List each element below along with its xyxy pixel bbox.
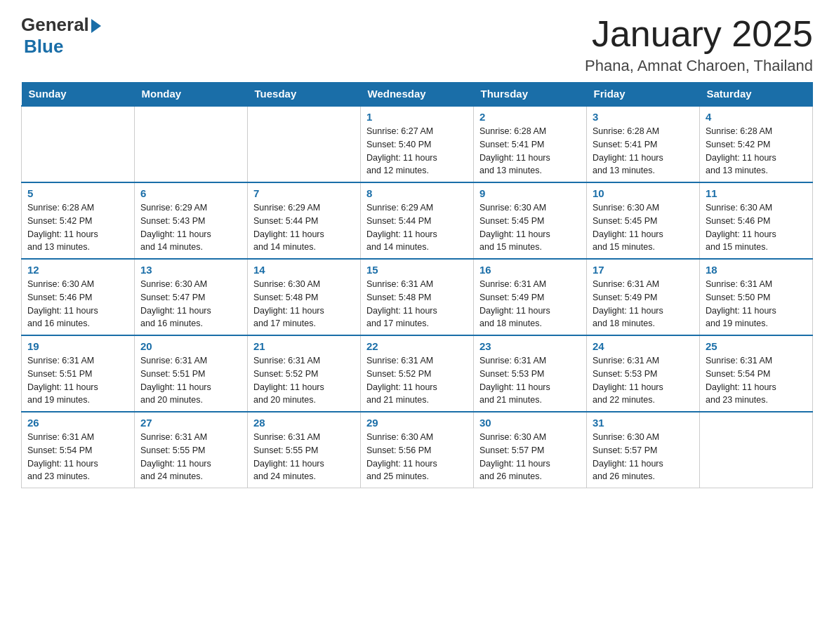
day-info: Sunrise: 6:30 AM Sunset: 5:48 PM Dayligh… [253, 278, 355, 330]
day-info: Sunrise: 6:31 AM Sunset: 5:51 PM Dayligh… [27, 354, 128, 407]
calendar-header-row: SundayMondayTuesdayWednesdayThursdayFrid… [22, 82, 813, 106]
day-number: 3 [593, 111, 694, 123]
calendar-cell: 4Sunrise: 6:28 AM Sunset: 5:42 PM Daylig… [700, 106, 813, 182]
day-info: Sunrise: 6:28 AM Sunset: 5:42 PM Dayligh… [706, 125, 807, 177]
day-number: 27 [140, 417, 241, 429]
day-info: Sunrise: 6:31 AM Sunset: 5:55 PM Dayligh… [140, 431, 241, 483]
day-number: 1 [366, 111, 468, 123]
day-number: 14 [253, 264, 355, 276]
day-number: 6 [140, 187, 241, 199]
day-number: 29 [366, 417, 468, 429]
day-number: 23 [479, 340, 581, 352]
day-number: 20 [140, 340, 241, 352]
day-number: 9 [479, 187, 581, 199]
logo-general-text: General [21, 14, 89, 36]
calendar-week-row: 19Sunrise: 6:31 AM Sunset: 5:51 PM Dayli… [22, 335, 813, 412]
calendar-cell: 11Sunrise: 6:30 AM Sunset: 5:46 PM Dayli… [700, 182, 813, 259]
calendar-week-row: 26Sunrise: 6:31 AM Sunset: 5:54 PM Dayli… [22, 412, 813, 488]
day-info: Sunrise: 6:31 AM Sunset: 5:55 PM Dayligh… [253, 431, 355, 483]
day-info: Sunrise: 6:30 AM Sunset: 5:57 PM Dayligh… [593, 431, 694, 483]
day-number: 18 [706, 264, 807, 276]
day-info: Sunrise: 6:30 AM Sunset: 5:56 PM Dayligh… [366, 431, 468, 483]
day-info: Sunrise: 6:30 AM Sunset: 5:47 PM Dayligh… [140, 278, 241, 330]
day-number: 4 [706, 111, 807, 123]
calendar-cell: 8Sunrise: 6:29 AM Sunset: 5:44 PM Daylig… [361, 182, 474, 259]
month-title: January 2025 [585, 14, 813, 54]
calendar-cell: 14Sunrise: 6:30 AM Sunset: 5:48 PM Dayli… [248, 259, 361, 335]
day-info: Sunrise: 6:31 AM Sunset: 5:49 PM Dayligh… [593, 278, 694, 330]
calendar-header-friday: Friday [587, 82, 700, 106]
calendar-cell: 24Sunrise: 6:31 AM Sunset: 5:53 PM Dayli… [587, 335, 700, 412]
page-header: General Blue January 2025 Phana, Amnat C… [21, 14, 813, 75]
title-block: January 2025 Phana, Amnat Charoen, Thail… [585, 14, 813, 75]
calendar-cell: 26Sunrise: 6:31 AM Sunset: 5:54 PM Dayli… [22, 412, 135, 488]
day-info: Sunrise: 6:28 AM Sunset: 5:41 PM Dayligh… [593, 125, 694, 177]
calendar-cell: 18Sunrise: 6:31 AM Sunset: 5:50 PM Dayli… [700, 259, 813, 335]
day-number: 5 [27, 187, 128, 199]
day-info: Sunrise: 6:28 AM Sunset: 5:41 PM Dayligh… [479, 125, 581, 177]
day-info: Sunrise: 6:30 AM Sunset: 5:45 PM Dayligh… [593, 201, 694, 254]
calendar-header-wednesday: Wednesday [361, 82, 474, 106]
calendar-header-sunday: Sunday [22, 82, 135, 106]
day-number: 17 [593, 264, 694, 276]
logo-arrow-icon [91, 19, 101, 33]
day-info: Sunrise: 6:31 AM Sunset: 5:52 PM Dayligh… [366, 354, 468, 407]
day-info: Sunrise: 6:30 AM Sunset: 5:57 PM Dayligh… [479, 431, 581, 483]
day-info: Sunrise: 6:31 AM Sunset: 5:52 PM Dayligh… [253, 354, 355, 407]
day-number: 26 [27, 417, 128, 429]
day-number: 22 [366, 340, 468, 352]
day-info: Sunrise: 6:31 AM Sunset: 5:51 PM Dayligh… [140, 354, 241, 407]
day-number: 7 [253, 187, 355, 199]
logo: General Blue [21, 14, 101, 58]
day-info: Sunrise: 6:31 AM Sunset: 5:54 PM Dayligh… [706, 354, 807, 407]
calendar-header-saturday: Saturday [700, 82, 813, 106]
calendar-cell: 30Sunrise: 6:30 AM Sunset: 5:57 PM Dayli… [474, 412, 587, 488]
calendar-cell: 15Sunrise: 6:31 AM Sunset: 5:48 PM Dayli… [361, 259, 474, 335]
day-info: Sunrise: 6:31 AM Sunset: 5:53 PM Dayligh… [479, 354, 581, 407]
location-subtitle: Phana, Amnat Charoen, Thailand [585, 57, 813, 75]
day-number: 16 [479, 264, 581, 276]
calendar-week-row: 5Sunrise: 6:28 AM Sunset: 5:42 PM Daylig… [22, 182, 813, 259]
day-number: 25 [706, 340, 807, 352]
calendar-cell: 16Sunrise: 6:31 AM Sunset: 5:49 PM Dayli… [474, 259, 587, 335]
calendar-table: SundayMondayTuesdayWednesdayThursdayFrid… [21, 82, 813, 488]
calendar-cell: 27Sunrise: 6:31 AM Sunset: 5:55 PM Dayli… [135, 412, 248, 488]
day-info: Sunrise: 6:28 AM Sunset: 5:42 PM Dayligh… [27, 201, 128, 254]
calendar-cell: 17Sunrise: 6:31 AM Sunset: 5:49 PM Dayli… [587, 259, 700, 335]
day-info: Sunrise: 6:31 AM Sunset: 5:48 PM Dayligh… [366, 278, 468, 330]
calendar-cell [135, 106, 248, 182]
calendar-cell: 25Sunrise: 6:31 AM Sunset: 5:54 PM Dayli… [700, 335, 813, 412]
calendar-cell: 3Sunrise: 6:28 AM Sunset: 5:41 PM Daylig… [587, 106, 700, 182]
calendar-cell: 21Sunrise: 6:31 AM Sunset: 5:52 PM Dayli… [248, 335, 361, 412]
day-number: 13 [140, 264, 241, 276]
calendar-cell: 6Sunrise: 6:29 AM Sunset: 5:43 PM Daylig… [135, 182, 248, 259]
day-number: 11 [706, 187, 807, 199]
calendar-cell: 19Sunrise: 6:31 AM Sunset: 5:51 PM Dayli… [22, 335, 135, 412]
day-info: Sunrise: 6:31 AM Sunset: 5:49 PM Dayligh… [479, 278, 581, 330]
calendar-header-monday: Monday [135, 82, 248, 106]
day-info: Sunrise: 6:27 AM Sunset: 5:40 PM Dayligh… [366, 125, 468, 177]
day-number: 19 [27, 340, 128, 352]
calendar-cell: 10Sunrise: 6:30 AM Sunset: 5:45 PM Dayli… [587, 182, 700, 259]
day-info: Sunrise: 6:29 AM Sunset: 5:43 PM Dayligh… [140, 201, 241, 254]
calendar-cell: 29Sunrise: 6:30 AM Sunset: 5:56 PM Dayli… [361, 412, 474, 488]
calendar-week-row: 12Sunrise: 6:30 AM Sunset: 5:46 PM Dayli… [22, 259, 813, 335]
calendar-cell: 31Sunrise: 6:30 AM Sunset: 5:57 PM Dayli… [587, 412, 700, 488]
calendar-cell: 7Sunrise: 6:29 AM Sunset: 5:44 PM Daylig… [248, 182, 361, 259]
day-number: 12 [27, 264, 128, 276]
calendar-cell: 20Sunrise: 6:31 AM Sunset: 5:51 PM Dayli… [135, 335, 248, 412]
calendar-cell: 28Sunrise: 6:31 AM Sunset: 5:55 PM Dayli… [248, 412, 361, 488]
day-number: 21 [253, 340, 355, 352]
day-info: Sunrise: 6:29 AM Sunset: 5:44 PM Dayligh… [253, 201, 355, 254]
calendar-cell: 13Sunrise: 6:30 AM Sunset: 5:47 PM Dayli… [135, 259, 248, 335]
calendar-cell: 5Sunrise: 6:28 AM Sunset: 5:42 PM Daylig… [22, 182, 135, 259]
day-number: 31 [593, 417, 694, 429]
day-info: Sunrise: 6:31 AM Sunset: 5:54 PM Dayligh… [27, 431, 128, 483]
calendar-cell: 12Sunrise: 6:30 AM Sunset: 5:46 PM Dayli… [22, 259, 135, 335]
calendar-header-tuesday: Tuesday [248, 82, 361, 106]
day-info: Sunrise: 6:31 AM Sunset: 5:53 PM Dayligh… [593, 354, 694, 407]
calendar-cell: 22Sunrise: 6:31 AM Sunset: 5:52 PM Dayli… [361, 335, 474, 412]
day-info: Sunrise: 6:30 AM Sunset: 5:45 PM Dayligh… [479, 201, 581, 254]
day-info: Sunrise: 6:31 AM Sunset: 5:50 PM Dayligh… [706, 278, 807, 330]
day-number: 30 [479, 417, 581, 429]
